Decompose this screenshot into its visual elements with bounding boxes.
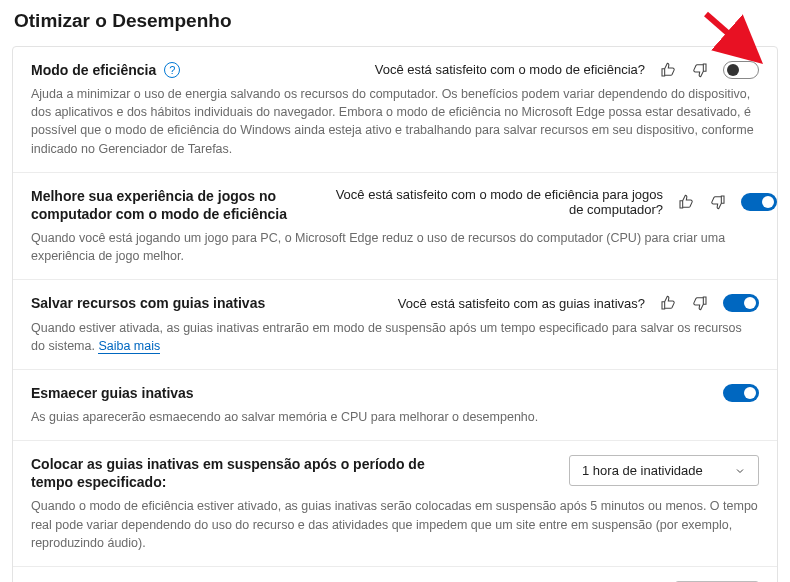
sleeping-tabs-desc: Quando estiver ativada, as guias inativa… — [31, 319, 759, 355]
section-never-sleep: Nunca colocar estes sites em suspensão A… — [13, 567, 777, 582]
sleeping-tabs-title: Salvar recursos com guias inativas — [31, 294, 265, 312]
chevron-down-icon — [734, 465, 746, 477]
thumbs-up-icon[interactable] — [677, 193, 695, 211]
section-gaming-efficiency: Melhore sua experiência de jogos no comp… — [13, 173, 777, 281]
section-sleep-timeout: Colocar as guias inativas em suspensão a… — [13, 441, 777, 567]
sleeping-feedback-prompt: Você está satisfeito com as guias inativ… — [398, 296, 645, 312]
thumbs-up-icon[interactable] — [659, 61, 677, 79]
efficiency-mode-title: Modo de eficiência — [31, 61, 156, 79]
learn-more-link[interactable]: Saiba mais — [98, 339, 160, 354]
section-efficiency-mode: Modo de eficiência ? Você está satisfeit… — [13, 47, 777, 173]
thumbs-down-icon[interactable] — [691, 294, 709, 312]
sleep-timeout-title: Colocar as guias inativas em suspensão a… — [31, 455, 451, 491]
fade-tabs-toggle[interactable] — [723, 384, 759, 402]
page-title: Otimizar o Desempenho — [14, 10, 778, 32]
thumbs-down-icon[interactable] — [709, 193, 727, 211]
fade-tabs-desc: As guias aparecerão esmaecendo ao salvar… — [31, 408, 759, 426]
efficiency-mode-desc: Ajuda a minimizar o uso de energia salva… — [31, 85, 759, 158]
gaming-efficiency-toggle[interactable] — [741, 193, 777, 211]
sleep-timeout-value: 1 hora de inatividade — [582, 463, 703, 478]
sleep-timeout-desc: Quando o modo de eficiência estiver ativ… — [31, 497, 759, 551]
sleeping-tabs-toggle[interactable] — [723, 294, 759, 312]
section-fade-tabs: Esmaecer guias inativas As guias aparece… — [13, 370, 777, 441]
efficiency-mode-toggle[interactable] — [723, 61, 759, 79]
section-sleeping-tabs: Salvar recursos com guias inativas Você … — [13, 280, 777, 369]
gaming-efficiency-desc: Quando você está jogando um jogo para PC… — [31, 229, 759, 265]
info-icon[interactable]: ? — [164, 62, 180, 78]
settings-panel: Modo de eficiência ? Você está satisfeit… — [12, 46, 778, 582]
thumbs-down-icon[interactable] — [691, 61, 709, 79]
sleep-timeout-select[interactable]: 1 hora de inatividade — [569, 455, 759, 486]
gaming-feedback-prompt: Você está satisfeito com o modo de efici… — [323, 187, 663, 218]
gaming-efficiency-title: Melhore sua experiência de jogos no comp… — [31, 187, 311, 223]
efficiency-feedback-prompt: Você está satisfeito com o modo de efici… — [375, 62, 645, 78]
fade-tabs-title: Esmaecer guias inativas — [31, 384, 194, 402]
thumbs-up-icon[interactable] — [659, 294, 677, 312]
